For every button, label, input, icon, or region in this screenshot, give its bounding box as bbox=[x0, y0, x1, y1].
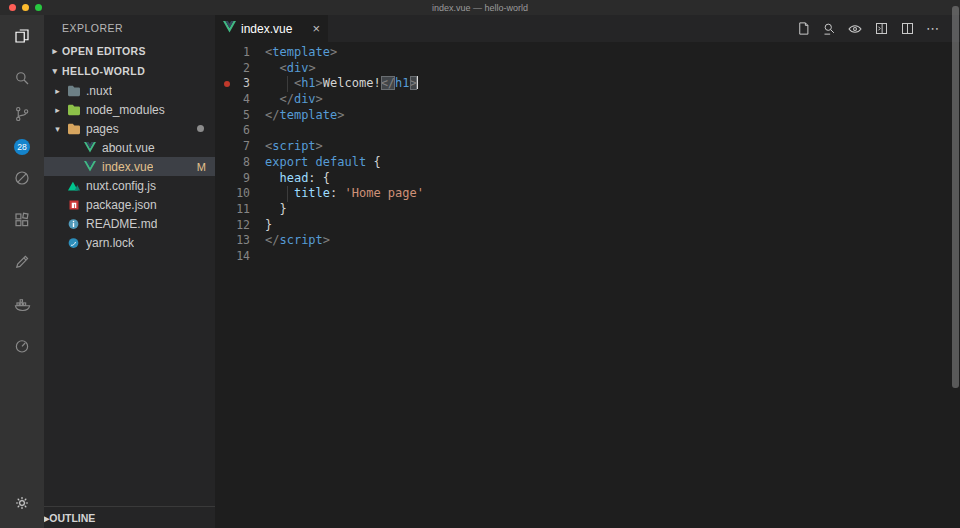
code-text: </template> bbox=[265, 108, 344, 124]
search-icon[interactable] bbox=[0, 57, 44, 99]
source-control-icon[interactable]: 28 bbox=[0, 99, 44, 157]
tree-item-label: pages bbox=[82, 122, 119, 136]
code-line[interactable]: 10 title: 'Home page' bbox=[215, 186, 960, 202]
code-line[interactable]: 7<script> bbox=[215, 139, 960, 155]
open-editors-label: OPEN EDITORS bbox=[62, 45, 146, 57]
settings-gear-icon[interactable] bbox=[0, 482, 44, 524]
line-number[interactable]: 10 bbox=[215, 186, 265, 202]
edit-icon[interactable] bbox=[0, 241, 44, 283]
open-editors-section[interactable]: ▸ OPEN EDITORS bbox=[44, 41, 215, 61]
text-cursor bbox=[417, 76, 419, 89]
close-tab-icon[interactable]: × bbox=[312, 22, 320, 35]
line-number[interactable]: 13 bbox=[215, 233, 265, 249]
tree-item-label: README.md bbox=[82, 217, 157, 231]
window-minimize-button[interactable] bbox=[22, 4, 29, 11]
tree-item-yarn-lock[interactable]: yarn.lock bbox=[44, 233, 215, 252]
gauge-icon[interactable] bbox=[0, 325, 44, 367]
tree-item-readme-md[interactable]: README.md bbox=[44, 214, 215, 233]
line-number[interactable]: 9 bbox=[215, 171, 265, 187]
extensions-icon[interactable] bbox=[0, 199, 44, 241]
folder-nuxt-icon bbox=[65, 85, 82, 97]
circle-slash-icon[interactable] bbox=[0, 157, 44, 199]
indent-guide bbox=[287, 76, 288, 92]
line-number[interactable]: 6 bbox=[215, 123, 265, 139]
outline-label: OUTLINE bbox=[49, 512, 95, 524]
tree-item-label: node_modules bbox=[82, 103, 165, 117]
md-icon bbox=[65, 218, 82, 230]
project-label: HELLO-WORLD bbox=[62, 65, 145, 77]
code-line[interactable]: 9 head: { bbox=[215, 171, 960, 187]
vue-icon bbox=[81, 142, 98, 153]
window-close-button[interactable] bbox=[9, 4, 16, 11]
code-text: </script> bbox=[265, 233, 330, 249]
sidebar-explorer: EXPLORER ▸ OPEN EDITORS ▾ HELLO-WORLD ▸.… bbox=[44, 15, 215, 528]
code-text: <div> bbox=[265, 61, 316, 77]
open-to-side-icon[interactable] bbox=[868, 21, 894, 36]
tree-item-label: package.json bbox=[82, 198, 157, 212]
code-line[interactable]: 5</template> bbox=[215, 108, 960, 124]
editor-toolbar: ⋯ bbox=[790, 15, 960, 42]
window-zoom-button[interactable] bbox=[35, 4, 42, 11]
activity-bar: 28 bbox=[0, 15, 44, 528]
tree-item-label: yarn.lock bbox=[82, 236, 134, 250]
line-number[interactable]: 3 bbox=[215, 76, 265, 92]
chevron-down-icon: ▾ bbox=[50, 124, 65, 134]
code-line[interactable]: 11 } bbox=[215, 202, 960, 218]
open-changes-icon[interactable] bbox=[790, 21, 816, 36]
tab-label: index.vue bbox=[241, 22, 292, 36]
vue-icon bbox=[81, 161, 98, 172]
line-number[interactable]: 7 bbox=[215, 139, 265, 155]
code-text: <template> bbox=[265, 45, 337, 61]
code-line[interactable]: 4 </div> bbox=[215, 92, 960, 108]
project-section[interactable]: ▾ HELLO-WORLD bbox=[44, 61, 215, 81]
line-number[interactable]: 8 bbox=[215, 155, 265, 171]
line-number[interactable]: 4 bbox=[215, 92, 265, 108]
line-number[interactable]: 5 bbox=[215, 108, 265, 124]
tree-item-node-modules[interactable]: ▸node_modules bbox=[44, 100, 215, 119]
tab-index-vue[interactable]: index.vue × bbox=[215, 15, 328, 42]
chevron-right-icon: ▸ bbox=[50, 86, 65, 96]
code-line[interactable]: 6 bbox=[215, 123, 960, 139]
code-line[interactable]: 14 bbox=[215, 249, 960, 265]
chevron-right-icon: ▸ bbox=[44, 46, 62, 56]
code-editor[interactable]: 1<template>2 <div>3 <h1>Welcome!</h1>4 <… bbox=[215, 42, 960, 528]
outline-section[interactable]: ▸ OUTLINE bbox=[44, 506, 215, 528]
split-editor-icon[interactable] bbox=[894, 21, 920, 36]
tree-item-label: .nuxt bbox=[82, 84, 112, 98]
tree-item-index-vue[interactable]: index.vueM bbox=[44, 157, 215, 176]
code-text: } bbox=[265, 202, 287, 218]
git-status-badge: M bbox=[197, 161, 206, 173]
docker-icon[interactable] bbox=[0, 283, 44, 325]
tree-item--nuxt[interactable]: ▸.nuxt bbox=[44, 81, 215, 100]
code-line[interactable]: 1<template> bbox=[215, 45, 960, 61]
chevron-right-icon: ▸ bbox=[50, 105, 65, 115]
code-line[interactable]: 8export default { bbox=[215, 155, 960, 171]
scm-badge: 28 bbox=[14, 139, 30, 155]
folder-pages-icon bbox=[65, 123, 82, 135]
breakpoint-dot[interactable] bbox=[224, 81, 230, 87]
code-line[interactable]: 12} bbox=[215, 218, 960, 234]
code-line[interactable]: 2 <div> bbox=[215, 61, 960, 77]
tree-item-about-vue[interactable]: about.vue bbox=[44, 138, 215, 157]
code-text: head: { bbox=[265, 171, 330, 187]
line-number[interactable]: 2 bbox=[215, 61, 265, 77]
tree-item-nuxt-config-js[interactable]: nuxt.config.js bbox=[44, 176, 215, 195]
line-number[interactable]: 12 bbox=[215, 218, 265, 234]
nuxt-icon bbox=[65, 180, 82, 191]
open-preview-icon[interactable] bbox=[842, 21, 868, 37]
line-number[interactable]: 11 bbox=[215, 202, 265, 218]
code-line[interactable]: 13</script> bbox=[215, 233, 960, 249]
tree-item-pages[interactable]: ▾pages bbox=[44, 119, 215, 138]
search-editor-icon[interactable] bbox=[816, 21, 842, 36]
line-number[interactable]: 14 bbox=[215, 249, 265, 265]
file-tree: ▸.nuxt▸node_modules▾pagesabout.vueindex.… bbox=[44, 81, 215, 252]
scrollbar-thumb[interactable] bbox=[952, 6, 959, 388]
code-text: title: 'Home page' bbox=[265, 186, 424, 202]
line-number[interactable]: 1 bbox=[215, 45, 265, 61]
more-actions-icon[interactable]: ⋯ bbox=[920, 21, 946, 36]
code-line[interactable]: 3 <h1>Welcome!</h1> bbox=[215, 76, 960, 92]
tree-item-package-json[interactable]: package.json bbox=[44, 195, 215, 214]
tree-item-label: nuxt.config.js bbox=[82, 179, 156, 193]
vue-icon bbox=[223, 21, 236, 36]
explorer-icon[interactable] bbox=[0, 15, 44, 57]
